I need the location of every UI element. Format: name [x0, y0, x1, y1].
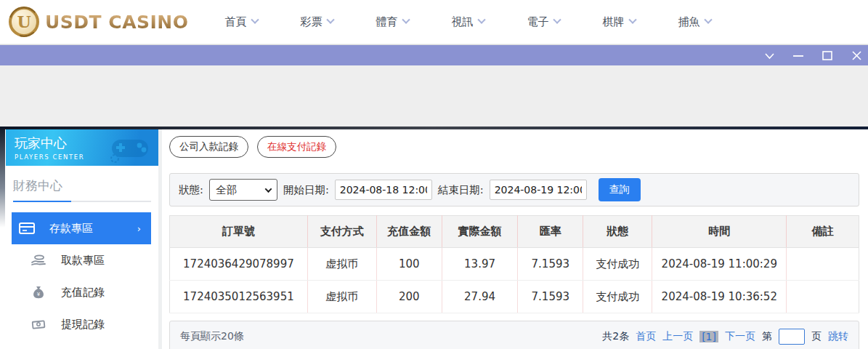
main-nav: 首頁 彩票 體育 視訊 電子 棋牌 捕魚 [225, 15, 754, 29]
sidebar-item-funds-records[interactable]: 資金記錄 [12, 340, 151, 349]
table-row: 1724036429078997 虚拟币 100 13.97 7.1593 支付… [170, 248, 859, 281]
cell-remarks [787, 248, 859, 281]
sidebar-header: 玩家中心 PLAYERS CENTER [6, 129, 158, 166]
sidebar-shadow-edge [0, 129, 5, 228]
page-size-text: 每頁顯示20條 [180, 330, 244, 343]
sidebar-item-label: 取款專區 [61, 254, 105, 268]
gamepad-icon [108, 134, 153, 163]
sidebar-item-withdraw[interactable]: 取款專區 [12, 244, 151, 276]
chevron-down-icon [704, 16, 712, 24]
chevron-down-icon [326, 16, 334, 24]
chevron-down-icon [264, 185, 272, 193]
status-select[interactable]: 全部 [209, 179, 277, 201]
deposit-card-icon [19, 221, 35, 236]
prev-page-link[interactable]: 上一页 [662, 330, 693, 343]
cell-status: 支付成功 [583, 248, 652, 281]
finance-section-title: 財務中心 [13, 177, 158, 194]
collapse-chevron-icon[interactable] [763, 50, 775, 62]
lower-layout: 玩家中心 PLAYERS CENTER 財務中心 存款專區 › [0, 129, 868, 349]
search-button[interactable]: 查詢 [599, 178, 641, 201]
chevron-right-icon: › [137, 223, 141, 234]
cash-out-icon [31, 317, 46, 332]
close-icon[interactable] [851, 50, 862, 62]
nav-item-home[interactable]: 首頁 [225, 15, 301, 29]
cell-status: 支付成功 [583, 281, 652, 313]
filter-bar: 狀態: 全部 開始日期: 結束日期: 查詢 [169, 173, 859, 206]
col-status: 狀態 [583, 216, 652, 248]
cell-actual-amount: 13.97 [442, 248, 517, 281]
chevron-down-icon [402, 16, 410, 24]
col-order-id: 訂單號 [170, 216, 308, 248]
cell-order-id: 1724036429078997 [170, 248, 308, 281]
chevron-down-icon [628, 16, 636, 24]
status-label: 狀態: [179, 183, 203, 197]
col-payment-method: 支付方式 [307, 216, 376, 248]
cell-remarks [787, 281, 859, 313]
jump-prefix-label: 第 [762, 330, 772, 343]
cell-time: 2024-08-19 10:36:52 [652, 281, 787, 313]
col-time: 時間 [652, 216, 787, 248]
cell-payment-method: 虚拟币 [307, 281, 376, 313]
chevron-down-icon [477, 16, 485, 24]
sidebar-menu: 存款專區 › 取款專區 ¥ 充值記錄 提現記錄 [0, 212, 158, 349]
nav-item-sports[interactable]: 體育 [376, 15, 452, 29]
minimize-icon[interactable] [792, 50, 804, 62]
nav-item-slots[interactable]: 電子 [527, 15, 603, 29]
col-actual-amount: 實際金額 [442, 216, 517, 248]
cell-exchange-rate: 7.1593 [518, 248, 583, 281]
sidebar-item-withdrawal-records[interactable]: 提現記錄 [12, 308, 151, 340]
start-date-label: 開始日期: [283, 183, 329, 197]
cell-order-id: 1724035012563951 [170, 281, 308, 313]
money-bag-icon: ¥ [31, 285, 46, 300]
nav-item-chess[interactable]: 棋牌 [603, 15, 678, 29]
tab-online-payment-records[interactable]: 在線支付記錄 [257, 136, 336, 158]
tab-company-deposit-records[interactable]: 公司入款記錄 [169, 136, 248, 158]
cell-payment-method: 虚拟币 [307, 248, 376, 281]
page-spacer [0, 65, 868, 127]
start-date-input[interactable] [335, 180, 432, 200]
nav-item-live[interactable]: 視訊 [452, 15, 527, 29]
player-center-sidebar: 玩家中心 PLAYERS CENTER 財務中心 存款專區 › [0, 129, 158, 349]
sidebar-item-label: 存款專區 [49, 222, 93, 236]
window-controls [763, 45, 862, 66]
table-header-row: 訂單號 支付方式 充值金額 實際金額 匯率 狀態 時間 備註 [170, 216, 859, 248]
total-count: 共2条 [602, 330, 629, 343]
col-remarks: 備註 [787, 216, 859, 248]
table-row: 1724035012563951 虚拟币 200 27.94 7.1593 支付… [170, 281, 859, 313]
cell-exchange-rate: 7.1593 [518, 281, 583, 313]
next-page-link[interactable]: 下一页 [725, 330, 755, 343]
cell-recharge-amount: 200 [376, 281, 442, 313]
logo-ball-icon: U [9, 7, 39, 37]
cell-recharge-amount: 100 [376, 248, 442, 281]
logo-letter: U [17, 12, 31, 31]
section-underline [13, 201, 151, 202]
nav-item-lottery[interactable]: 彩票 [301, 15, 376, 29]
sidebar-item-label: 充值記錄 [61, 286, 105, 300]
cell-time: 2024-08-19 11:00:29 [652, 248, 787, 281]
top-header: U USDT CASINO 首頁 彩票 體育 視訊 電子 棋牌 捕魚 [0, 0, 868, 44]
record-tabs: 公司入款記錄 在線支付記錄 [169, 136, 859, 158]
svg-text:¥: ¥ [37, 292, 41, 297]
cell-actual-amount: 27.94 [442, 281, 517, 313]
end-date-input[interactable] [490, 180, 587, 200]
records-content-panel: 公司入款記錄 在線支付記錄 狀態: 全部 開始日期: 結束日期: 查詢 訂單號 [162, 129, 868, 349]
first-page-link[interactable]: 首页 [636, 330, 656, 343]
window-titlebar [0, 44, 868, 65]
logo-text: USDT CASINO [45, 12, 189, 33]
nav-item-fishing[interactable]: 捕魚 [678, 15, 754, 29]
pagination: 共2条 首页 上一页 [1] 下一页 第 页 跳转 [602, 329, 848, 345]
page-jump-input[interactable] [779, 329, 805, 345]
sidebar-item-deposit[interactable]: 存款專區 › [12, 212, 151, 244]
withdraw-hand-icon [31, 253, 46, 268]
sidebar-item-label: 提現記錄 [61, 318, 105, 332]
col-recharge-amount: 充值金額 [376, 216, 442, 248]
sidebar-item-recharge-records[interactable]: ¥ 充值記錄 [12, 276, 151, 308]
maximize-icon[interactable] [822, 50, 833, 62]
jump-suffix-label: 页 [811, 330, 822, 343]
current-page-badge: [1] [699, 331, 718, 342]
chevron-down-icon [251, 16, 259, 24]
site-logo[interactable]: U USDT CASINO [9, 7, 189, 37]
chevron-down-icon [553, 16, 561, 24]
col-exchange-rate: 匯率 [518, 216, 583, 248]
jump-action-link[interactable]: 跳转 [828, 330, 848, 343]
